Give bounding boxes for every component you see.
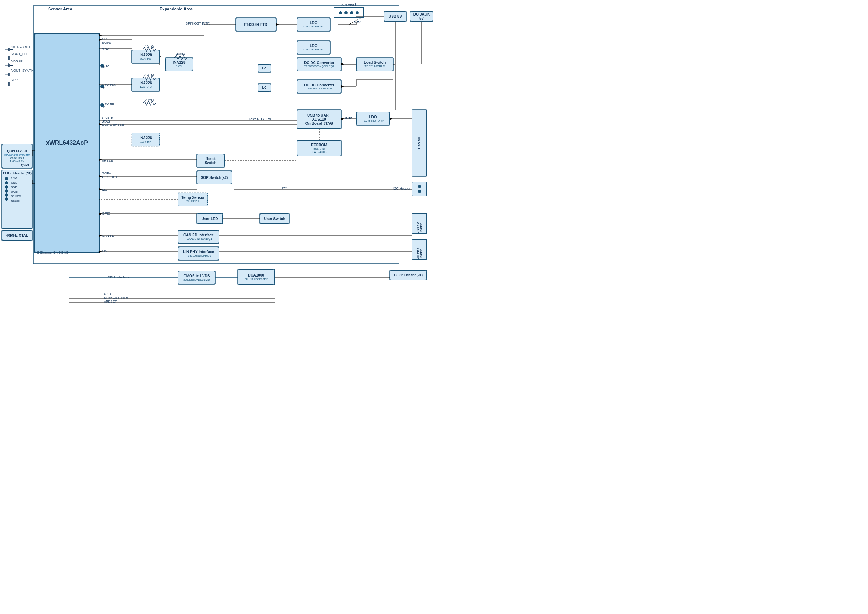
dcdc2-box: DC DC Converter TPS628502QDRLRQ1	[297, 80, 341, 93]
chip-bottom-label: 6 Channel CMOS I/O	[37, 251, 69, 254]
tp2-label: TP	[101, 87, 105, 90]
i2c-dot-1	[418, 185, 421, 188]
lin-phy-label: LIN PHY Interface	[183, 250, 214, 254]
pin-spi: SPI	[102, 37, 108, 41]
user-switch-label: User Switch	[264, 217, 285, 221]
reset-switch-label2: Switch	[205, 161, 216, 165]
xtal-box: 40MHz XTAL	[2, 230, 32, 240]
user-led-label: User LED	[201, 217, 218, 221]
pin-dot-4	[5, 189, 8, 193]
j1-pins-group: 3.3V GND SOP UART SPI/I2C RESET	[2, 175, 32, 204]
spi-dot-3	[350, 11, 353, 14]
j1-labels: 3.3V GND SOP UART SPI/I2C RESET	[11, 177, 21, 202]
qspi-flash-part: MX25R1635FZUIH0	[5, 153, 30, 156]
ldo1-label: LDO	[310, 21, 317, 25]
ina228-4-sub: 1.2V RF	[140, 140, 151, 143]
j1-bottom-label: 12 Pin Header (J1)	[394, 273, 423, 277]
dca1000-label: DCA1000	[248, 273, 264, 277]
tp1-label: TP	[101, 66, 105, 69]
svg-marker-55	[99, 158, 102, 161]
j1-pin-uart: UART	[11, 190, 21, 194]
ldo2-label: LDO	[310, 44, 317, 48]
pin-dot-1	[5, 177, 8, 180]
can-header-label: CAN FD Header	[416, 214, 423, 234]
pin-dot-2	[5, 181, 8, 185]
dca1000-sub: 60 Pin Connector	[245, 277, 268, 281]
reset-switch-label: Reset	[206, 157, 215, 161]
can-fd-label: CAN FD Interface	[183, 233, 214, 237]
rdif-label: RDIF Interface	[108, 276, 130, 279]
svg-marker-91	[276, 23, 279, 26]
pin-gpio: GPIO	[102, 212, 111, 215]
lin-phy-sub: TLIN1039DDFRQ1	[186, 254, 211, 257]
spi-header-label: SPI Header	[341, 3, 359, 7]
ina228-2-box: INA228 1.8V	[165, 57, 193, 71]
svg-marker-62	[99, 213, 102, 215]
lc1-box: LC	[258, 64, 271, 72]
svg-marker-53	[99, 123, 102, 126]
eeprom-sub2: CAT24C08	[312, 150, 327, 154]
j1-pin-spi-i2c: SPI/I2C	[11, 194, 21, 198]
lc1-label: LC	[262, 67, 267, 70]
svg-marker-96	[390, 118, 392, 120]
lin-header-box: LIN PHY Header	[412, 239, 427, 260]
ina228-4-label: INA228	[140, 136, 152, 140]
user-led-box: User LED	[197, 214, 223, 224]
spi-header-box	[334, 8, 364, 18]
cap3: ⊣⊢	[5, 62, 13, 68]
load-switch-sub: TPS2116DRLR	[364, 65, 385, 68]
ina228-3-sub: 1.2V DIG	[140, 85, 152, 88]
temp-sensor-sub: TMP112A	[186, 200, 200, 203]
r40m-3: 40mΩ	[145, 73, 153, 76]
i2c-dot-2	[418, 190, 421, 193]
qspi-flash-label: QSPI FLASH	[7, 149, 27, 153]
dc-jack-label: DC JACK 5V	[412, 12, 432, 20]
svg-marker-57	[99, 175, 102, 177]
block-diagram: Sensor Area Expandable Area xWRL6432AoP …	[0, 0, 434, 307]
qspi-label: QSPI	[21, 163, 29, 167]
usb-5v-box: USB 5V	[384, 11, 406, 22]
ina228-2-sub: 1.8V	[176, 65, 182, 68]
tp3-label: TP	[101, 105, 105, 108]
i2c-line-label: I2C	[282, 186, 287, 190]
pin-lin: LIN	[102, 250, 107, 253]
lc2-box: LC	[258, 84, 271, 92]
svg-marker-43	[99, 39, 102, 41]
ina228-3-box: INA228 1.2V DIG	[132, 78, 160, 91]
r40m-2: 40mΩ	[176, 52, 185, 56]
pin-nreset: nRESET	[102, 159, 115, 163]
expandable-area-label: Expandable Area	[160, 7, 192, 11]
usb-uart-xds: XDS110	[312, 117, 326, 121]
sop-switch-label: SOP Switch(x2)	[201, 175, 228, 180]
ina228-3-label: INA228	[140, 81, 152, 85]
chip-name: xWRL6432AoP	[46, 140, 88, 146]
spi-dot-1	[339, 11, 342, 14]
pin-dot-5	[5, 194, 8, 197]
svg-marker-94	[341, 118, 344, 120]
svg-marker-82	[341, 63, 344, 65]
ina228-4-box: INA228 1.2V RF	[132, 133, 160, 146]
spi-dot-2	[344, 11, 348, 14]
main-chip: xWRL6432AoP	[34, 33, 99, 253]
can-fd-box: CAN FD Interface TCAN1042HGVDQ1	[178, 230, 219, 243]
temp-sensor-box: Temp Sensor TMP112A	[178, 193, 208, 206]
temp-sensor-label: Temp Sensor	[181, 195, 205, 200]
reset-switch-box: Reset Switch	[197, 154, 225, 167]
ldo3-sub: TLV75533PDRV	[362, 119, 384, 122]
ldo3-label: LDO	[369, 115, 377, 119]
lc2-label: LC	[262, 86, 267, 90]
load-switch-label: Load Switch	[364, 60, 386, 65]
load-switch-box: Load Switch TPS2116DRLR	[356, 57, 394, 71]
qspi-flash-voltage: 1.65V-3.6V	[10, 160, 25, 163]
pin-dot-6	[5, 197, 8, 201]
dcdc2-label: DC DC Converter	[304, 83, 334, 87]
sop-switch-box: SOP Switch(x2)	[197, 171, 232, 184]
svg-marker-66	[99, 235, 102, 237]
pin-clk-out: CLK_OUT	[102, 175, 118, 179]
spi-host-intr-label: SPI/HOST INTR	[186, 22, 210, 25]
j1-pin-reset: RESET	[11, 199, 21, 202]
sensor-area-label: Sensor Area	[48, 7, 72, 11]
j1-dots-column	[5, 177, 9, 201]
xtal-label: 40MHz XTAL	[6, 234, 28, 237]
pin-i2c: I2C	[102, 188, 107, 192]
